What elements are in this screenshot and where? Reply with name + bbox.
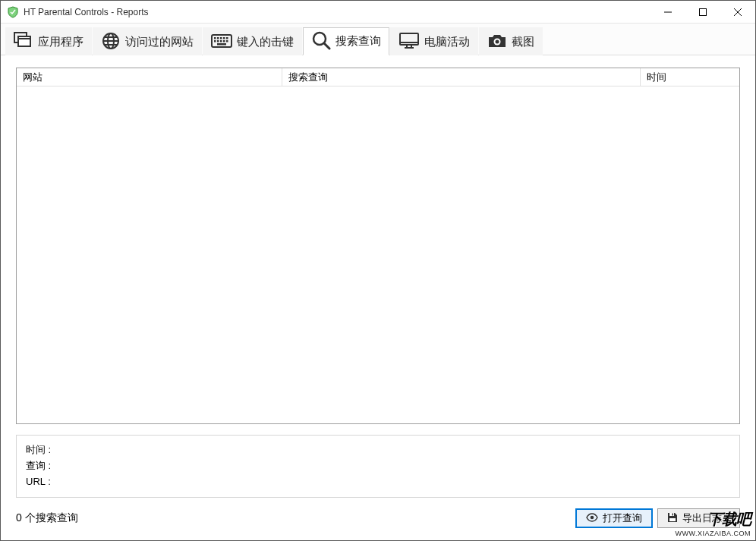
- svg-rect-34: [669, 513, 674, 516]
- svg-rect-36: [673, 513, 674, 515]
- eye-icon: [586, 513, 598, 524]
- svg-rect-13: [214, 37, 216, 39]
- svg-rect-21: [223, 40, 225, 42]
- detail-time-label: 时间 :: [26, 442, 730, 458]
- footer-bar: 0 个搜索查询 打开查询: [16, 508, 740, 533]
- monitor-icon: [398, 32, 420, 52]
- open-query-button[interactable]: 打开查询: [575, 508, 653, 528]
- svg-line-25: [324, 43, 329, 49]
- keyboard-icon: [211, 33, 232, 52]
- app-shield-icon: [7, 6, 19, 18]
- tab-label: 访问过的网站: [125, 35, 194, 49]
- svg-point-33: [591, 515, 594, 519]
- tab-search-queries[interactable]: 搜索查询: [303, 27, 389, 55]
- tab-computer-activity[interactable]: 电脑活动: [390, 27, 478, 55]
- close-button[interactable]: [720, 1, 755, 24]
- column-site[interactable]: 网站: [17, 68, 282, 86]
- svg-rect-1: [700, 8, 707, 15]
- column-time[interactable]: 时间: [641, 68, 739, 86]
- svg-rect-18: [214, 40, 216, 42]
- tab-row: 应用程序 访问过的网站: [1, 24, 755, 55]
- tab-applications[interactable]: 应用程序: [5, 27, 92, 55]
- watermark: 下载吧 WWW.XIAZAIBA.COM: [676, 509, 751, 537]
- tab-label: 应用程序: [38, 35, 83, 49]
- column-query[interactable]: 搜索查询: [282, 68, 641, 86]
- windows-stack-icon: [14, 32, 33, 52]
- detail-query-label: 查询 :: [26, 458, 730, 473]
- svg-rect-16: [223, 37, 225, 39]
- svg-rect-20: [220, 40, 222, 42]
- button-label: 打开查询: [603, 511, 642, 525]
- tab-label: 搜索查询: [335, 34, 381, 49]
- results-table[interactable]: 网站 搜索查询 时间: [16, 68, 740, 424]
- maximize-button[interactable]: [685, 1, 720, 24]
- magnifier-icon: [311, 30, 331, 52]
- tab-label: 键入的击键: [237, 35, 294, 49]
- table-body: [17, 86, 739, 423]
- tab-label: 截图: [512, 35, 534, 49]
- svg-rect-15: [220, 37, 222, 39]
- tab-label: 电脑活动: [424, 35, 470, 49]
- watermark-url: WWW.XIAZAIBA.COM: [676, 530, 751, 537]
- app-window: HT Parental Controls - Reports 应用程序: [0, 0, 756, 541]
- tab-screenshots[interactable]: 截图: [479, 27, 543, 55]
- svg-rect-23: [217, 43, 226, 46]
- minimize-button[interactable]: [650, 1, 685, 24]
- svg-rect-5: [18, 36, 30, 46]
- content-area: 网站 搜索查询 时间 时间 : 查询 : URL : 0 个搜索查询 打: [1, 55, 755, 540]
- titlebar: HT Parental Controls - Reports: [1, 1, 755, 24]
- detail-url-label: URL :: [26, 473, 730, 489]
- camera-icon: [487, 33, 507, 52]
- watermark-text: 下载吧: [676, 509, 751, 530]
- table-header: 网站 搜索查询 时间: [17, 68, 739, 86]
- svg-point-32: [496, 39, 499, 43]
- result-count: 0 个搜索查询: [16, 511, 78, 525]
- svg-rect-14: [217, 37, 219, 39]
- svg-rect-17: [226, 37, 228, 39]
- tab-websites[interactable]: 访问过的网站: [93, 27, 202, 55]
- window-title: HT Parental Controls - Reports: [24, 7, 149, 17]
- globe-icon: [101, 32, 121, 52]
- svg-rect-19: [217, 40, 219, 42]
- details-panel: 时间 : 查询 : URL :: [16, 435, 740, 498]
- svg-rect-22: [226, 40, 228, 42]
- tab-keystrokes[interactable]: 键入的击键: [203, 27, 302, 55]
